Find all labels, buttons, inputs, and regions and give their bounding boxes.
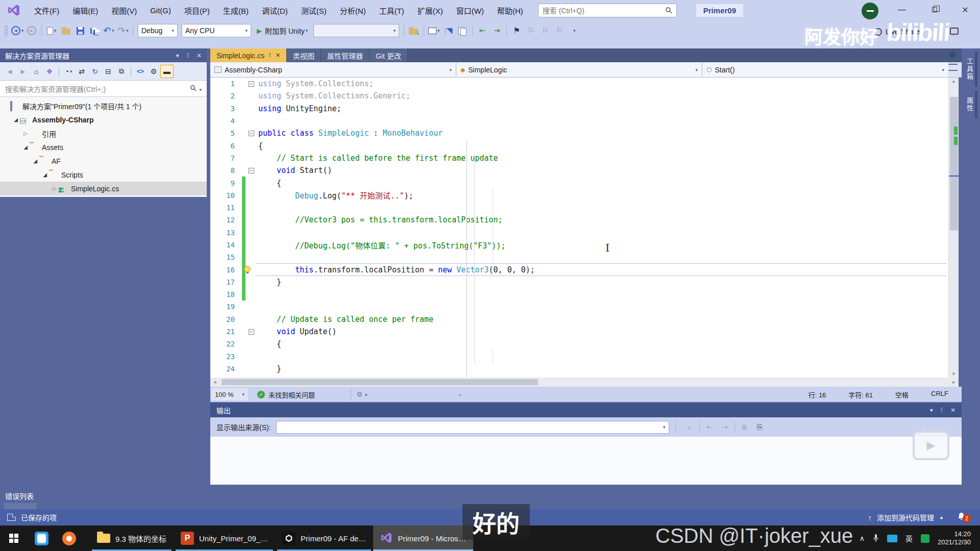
se-preview-selected-toggle[interactable]: ▬ xyxy=(160,65,174,78)
menu-item-10[interactable]: 扩展(X) xyxy=(411,0,450,20)
window-position-icon[interactable]: ▾ xyxy=(176,52,179,59)
type-dropdown[interactable]: ◆ SimpleLogic ▾ xyxy=(456,62,702,77)
scroll-down-arrow-icon[interactable]: ▼ xyxy=(949,371,959,377)
tab-1[interactable]: 类视图 xyxy=(287,48,321,62)
code-line-3[interactable]: 3using UnityEngine; xyxy=(210,103,962,115)
solution-name-badge[interactable]: Primer09 xyxy=(696,4,743,17)
navigate-forward-button[interactable]: ► xyxy=(25,24,38,37)
code-line-6[interactable]: 6{ xyxy=(210,139,962,152)
taskbar-blender-button[interactable] xyxy=(55,525,83,551)
toggle-bookmark-button[interactable]: ⚑ xyxy=(510,24,523,37)
tree-expander-icon[interactable]: ◢ xyxy=(31,158,39,164)
tree-expander-icon[interactable]: ◢ xyxy=(41,172,49,178)
tree-item-4[interactable]: ◢AF xyxy=(0,154,207,168)
live-share-button[interactable]: Live Share xyxy=(874,28,920,36)
output-panel-title-bar[interactable]: 输出 ▾ ⊺ ✕ xyxy=(210,403,962,417)
menu-item-12[interactable]: 帮助(H) xyxy=(491,0,530,20)
tree-expander-icon[interactable]: ◢ xyxy=(12,117,20,122)
solution-explorer-title-bar[interactable]: 解决方案资源管理器 ▾ ⊺ ✕ xyxy=(0,48,207,62)
collapse-box-icon[interactable]: − xyxy=(249,81,254,87)
open-file-button[interactable] xyxy=(59,24,72,37)
taskbar-item-1[interactable]: PUnity_Primer_09_… xyxy=(174,525,275,551)
code-line-16[interactable]: 16 this.transform.localPosition = new Ve… xyxy=(210,263,962,276)
code-line-23[interactable]: 23 xyxy=(210,350,962,363)
tree-item-3[interactable]: ◢Assets xyxy=(0,140,207,154)
taskbar-item-0[interactable]: 9.3 物体的坐标 xyxy=(90,525,174,551)
tree-expander-icon[interactable]: ▷ xyxy=(21,131,30,136)
pin-icon[interactable]: ⊺ xyxy=(186,52,189,59)
collapse-box-icon[interactable]: − xyxy=(249,329,254,335)
tree-item-5[interactable]: ◢Scripts xyxy=(0,168,207,182)
scroll-left-arrow-icon[interactable]: ◄ xyxy=(210,378,219,387)
code-line-14[interactable]: 14 //Debug.Log("物体位置: " + pos.ToString("… xyxy=(210,239,962,251)
taskbar-clock[interactable]: 14:20 2021/12/30 xyxy=(938,530,971,546)
menu-item-9[interactable]: 工具(T) xyxy=(373,0,411,20)
collapse-box-icon[interactable]: − xyxy=(249,168,254,173)
tray-app-icon[interactable] xyxy=(887,535,897,542)
code-line-10[interactable]: 10 Debug.Log("** 开始测试.."); xyxy=(210,189,962,202)
tray-green-app-icon[interactable] xyxy=(921,534,929,543)
tree-expander-icon[interactable]: ◢ xyxy=(21,144,30,150)
code-line-5[interactable]: 5−public class SimpleLogic : MonoBehavio… xyxy=(210,127,962,139)
find-in-files-button[interactable] xyxy=(407,24,421,37)
toolbar-overflow-button[interactable]: ▾ xyxy=(567,24,580,37)
se-pending-changes-filter-button[interactable]: ◔▾ xyxy=(62,65,75,78)
save-button[interactable] xyxy=(74,24,87,37)
menu-item-7[interactable]: 测试(S) xyxy=(295,0,333,20)
code-line-4[interactable]: 4 xyxy=(210,115,962,127)
feedback-icon[interactable] xyxy=(950,28,959,35)
code-line-1[interactable]: 1−using System.Collections; xyxy=(210,78,962,90)
tree-item-1[interactable]: ◢C#Assembly-CSharp xyxy=(0,113,207,127)
redo-button[interactable]: ↷▾ xyxy=(116,24,130,37)
pin-icon[interactable]: ⊺ xyxy=(268,52,272,59)
ime-indicator[interactable]: 英 xyxy=(905,533,913,543)
code-line-20[interactable]: 20 // Update is called once per frame xyxy=(210,313,962,325)
code-line-24[interactable]: 24 } xyxy=(210,363,962,375)
fold-toggle[interactable]: − xyxy=(247,329,255,335)
tree-item-2[interactable]: ▷引用 xyxy=(0,127,207,140)
fold-toggle[interactable]: − xyxy=(247,131,255,136)
se-sync-button[interactable]: ⇄ xyxy=(75,65,88,78)
tree-expander-icon[interactable]: ▷ xyxy=(51,186,59,191)
close-panel-icon[interactable]: ✕ xyxy=(950,407,955,414)
next-bookmark-button[interactable]: ⚐ xyxy=(538,24,552,37)
clear-all-output-button[interactable]: ⎘ xyxy=(753,421,767,433)
caret-line-indicator[interactable]: 行: 16 xyxy=(808,390,826,399)
status-chevron-icon[interactable]: ▸ xyxy=(459,392,461,397)
menu-item-3[interactable]: Git(G) xyxy=(143,0,178,20)
split-editor-handle[interactable] xyxy=(948,64,958,71)
code-line-8[interactable]: 8− void Start() xyxy=(210,164,962,177)
new-file-button[interactable]: ▾ xyxy=(45,24,58,37)
tab-3[interactable]: Git 更改 xyxy=(370,48,408,62)
toolbox-collapsed-tab[interactable]: 工具箱 xyxy=(965,52,974,87)
horizontal-scrollbar-thumb[interactable] xyxy=(222,379,538,385)
compare-icon[interactable]: ⧉ ▾ xyxy=(357,390,367,398)
code-line-17[interactable]: 17 } xyxy=(210,276,962,288)
tray-expand-chevron-icon[interactable]: ∧ xyxy=(860,534,865,542)
vertical-scrollbar[interactable]: ▲ ▼ xyxy=(948,78,959,378)
tree-item-6[interactable]: ▷C#SimpleLogic.cs xyxy=(0,182,207,195)
next-message-button[interactable]: ⇢ xyxy=(718,421,731,433)
fold-toggle[interactable]: − xyxy=(247,168,255,173)
notifications-button[interactable]: 2 xyxy=(957,512,966,523)
code-line-9[interactable]: 9 { xyxy=(210,177,962,189)
code-line-15[interactable]: 15 xyxy=(210,251,962,263)
previous-bookmark-button[interactable]: ⚐ xyxy=(524,24,537,37)
se-refresh-button[interactable]: ↻ xyxy=(88,65,102,78)
output-content[interactable]: ▶ xyxy=(210,437,962,485)
code-line-12[interactable]: 12 //Vector3 pos = this.transform.localP… xyxy=(210,214,962,226)
output-source-dropdown[interactable]: ▾ xyxy=(276,421,669,434)
window-position-icon[interactable]: ▾ xyxy=(930,407,933,414)
properties-collapsed-tab[interactable]: 属性 xyxy=(965,91,974,118)
start-button[interactable] xyxy=(0,525,28,551)
lightbulb-icon[interactable] xyxy=(244,266,251,272)
se-forward-button[interactable]: ► xyxy=(16,65,30,78)
taskbar-item-2[interactable]: Primer09 - AF de… xyxy=(275,525,373,551)
close-tab-icon[interactable]: ✕ xyxy=(276,52,280,59)
error-list-tab[interactable]: 错误列表 xyxy=(5,491,34,501)
vertical-scrollbar-thumb[interactable] xyxy=(950,97,958,231)
se-collapse-all-button[interactable]: ⊟ xyxy=(102,65,115,78)
project-dropdown[interactable]: Assembly-CSharp ▾ xyxy=(210,62,456,77)
code-line-18[interactable]: 18 xyxy=(210,288,962,300)
code-line-22[interactable]: 22 { xyxy=(210,338,962,350)
